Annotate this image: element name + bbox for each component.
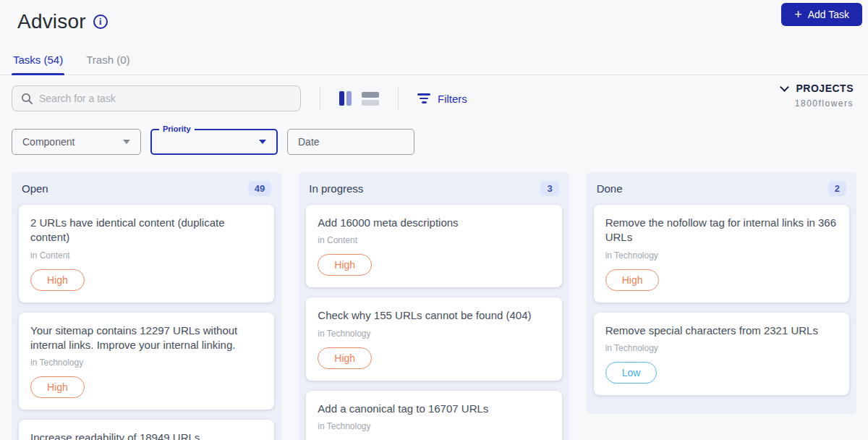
task-title: 2 URLs have identical content (duplicate… <box>30 216 263 245</box>
date-filter-field[interactable]: Date <box>287 129 414 155</box>
view-toggle <box>339 91 379 106</box>
priority-filter-label: Priority <box>159 124 195 133</box>
task-card[interactable]: Your sitemap contains 12297 URLs without… <box>19 313 274 410</box>
column-header: Done2 <box>587 172 856 203</box>
task-category: in Technology <box>605 250 838 261</box>
filters-button[interactable]: Filters <box>417 93 467 105</box>
task-category: in Technology <box>318 329 550 339</box>
task-card[interactable]: Check why 155 URLs cannot be found (404)… <box>306 297 561 380</box>
column-header: Open49 <box>12 172 281 203</box>
task-title: Add 16000 meta descriptions <box>318 216 550 230</box>
task-category: in Content <box>30 250 263 261</box>
task-category: in Technology <box>318 421 550 431</box>
task-title: Increase readability of 18949 URLs <box>30 431 263 440</box>
priority-badge: High <box>30 269 85 291</box>
task-card[interactable]: Remove the nofollow tag for internal lin… <box>594 205 849 302</box>
task-card[interactable]: Add 16000 meta descriptionsin ContentHig… <box>306 205 561 287</box>
caret-down-icon <box>259 140 266 144</box>
task-card[interactable]: Remove special characters from 2321 URLs… <box>594 313 849 395</box>
column-title: In progress <box>309 182 363 195</box>
task-category: in Technology <box>605 343 838 353</box>
component-filter-label: Component <box>22 136 75 148</box>
plus-icon: + <box>794 8 802 21</box>
column-count-badge: 3 <box>540 181 558 196</box>
search-input[interactable] <box>39 93 292 104</box>
date-filter-label: Date <box>298 136 320 148</box>
task-title: Check why 155 URLs cannot be found (404) <box>318 308 550 323</box>
priority-badge: High <box>318 254 372 276</box>
toolbar: Filters PROJECTS 1800flowers <box>0 75 868 111</box>
page-title: Advisor <box>17 10 86 33</box>
task-title: Your sitemap contains 12297 URLs without… <box>30 323 263 353</box>
projects-label: PROJECTS <box>796 82 854 94</box>
task-title: Remove the nofollow tag for internal lin… <box>605 216 838 245</box>
search-box <box>12 85 301 111</box>
task-card[interactable]: Increase readability of 18949 URLsin Con… <box>19 420 274 440</box>
priority-badge: High <box>605 269 660 291</box>
priority-badge: High <box>30 376 85 398</box>
card-list: 2 URLs have identical content (duplicate… <box>12 203 281 440</box>
tab-tasks[interactable]: Tasks (54) <box>12 48 64 75</box>
kanban-board: Open492 URLs have identical content (dup… <box>0 172 868 440</box>
info-icon[interactable]: i <box>93 14 108 29</box>
filter-row: Component Priority Date <box>0 111 868 155</box>
divider <box>320 86 320 111</box>
task-title: Add a canonical tag to 16707 URLs <box>318 402 550 416</box>
card-list: Remove the nofollow tag for internal lin… <box>587 203 856 414</box>
page-header: Advisor i + Add Task <box>0 0 868 35</box>
projects-dropdown[interactable]: PROJECTS <box>781 82 854 94</box>
list-view-icon[interactable] <box>362 92 379 106</box>
task-card[interactable]: 2 URLs have identical content (duplicate… <box>19 205 274 302</box>
divider <box>398 86 399 111</box>
filters-label: Filters <box>438 93 467 105</box>
task-category: in Technology <box>30 358 263 368</box>
priority-badge: High <box>318 347 372 369</box>
chevron-down-icon <box>780 82 789 92</box>
task-category: in Content <box>318 235 550 245</box>
column-title: Open <box>22 182 48 195</box>
project-name: 1800flowers <box>781 98 854 109</box>
filter-icon <box>417 93 430 103</box>
card-list: Add 16000 meta descriptionsin ContentHig… <box>299 203 569 440</box>
add-task-button[interactable]: + Add Task <box>781 3 862 26</box>
search-icon <box>21 93 33 105</box>
caret-down-icon <box>123 140 130 144</box>
tab-trash[interactable]: Trash (0) <box>85 48 131 75</box>
tab-bar: Tasks (54) Trash (0) <box>0 48 868 75</box>
add-task-label: Add Task <box>808 9 849 20</box>
priority-badge: Low <box>605 362 658 384</box>
projects-selector: PROJECTS 1800flowers <box>781 82 854 109</box>
column-count-badge: 2 <box>828 181 846 196</box>
column-in-progress: In progress3Add 16000 meta descriptionsi… <box>299 172 569 440</box>
column-title: Done <box>597 182 623 195</box>
task-card[interactable]: Add a canonical tag to 16707 URLsin Tech… <box>306 391 561 440</box>
task-title: Remove special characters from 2321 URLs <box>605 323 838 338</box>
column-done: Done2Remove the nofollow tag for interna… <box>587 172 856 414</box>
column-header: In progress3 <box>299 172 569 203</box>
column-count-badge: 49 <box>248 181 271 196</box>
column-open: Open492 URLs have identical content (dup… <box>12 172 281 440</box>
kanban-view-icon[interactable] <box>339 91 352 106</box>
component-filter-select[interactable]: Component <box>12 129 141 155</box>
priority-filter-select[interactable]: Priority <box>150 129 278 155</box>
